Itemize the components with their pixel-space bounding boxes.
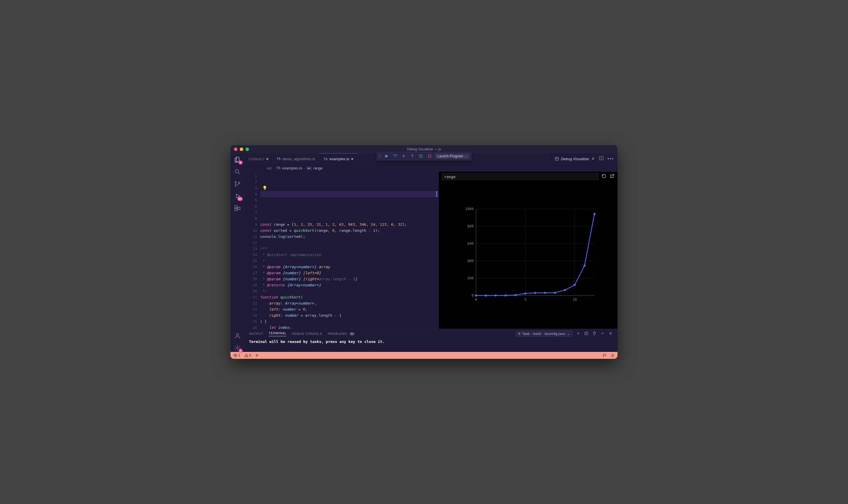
popout-icon xyxy=(610,174,615,179)
terminal-kill-button[interactable] xyxy=(592,331,597,336)
svg-text:600: 600 xyxy=(467,241,474,246)
terminal-new-button[interactable] xyxy=(576,331,581,336)
activity-scm[interactable] xyxy=(233,180,242,188)
svg-text:5: 5 xyxy=(525,298,527,302)
visualizer-expression-input[interactable] xyxy=(442,173,598,180)
debug-step-into-button[interactable] xyxy=(401,153,407,159)
symbol-variable-icon: [◈] xyxy=(307,166,311,170)
activity-search[interactable] xyxy=(233,168,242,176)
svg-point-51 xyxy=(246,356,246,357)
status-feedback[interactable] xyxy=(602,353,606,357)
svg-point-46 xyxy=(574,284,576,286)
chevron-down-icon: ⌄ xyxy=(567,332,570,336)
terminal-task-dropdown[interactable]: 3: Task - build - tsconfig.json ⌄ xyxy=(515,330,572,337)
svg-point-38 xyxy=(495,294,497,296)
breadcrumb-file[interactable]: examples.ts xyxy=(282,166,302,170)
debug-toolbar[interactable]: ⠿ Launch Program ⌄ xyxy=(377,152,472,161)
activity-explorer[interactable]: 2 xyxy=(233,156,242,164)
code-editor[interactable]: 1234567891011121314151617181920212223242… xyxy=(244,172,439,329)
debug-badge: 21 xyxy=(237,197,243,201)
visualizer-refresh-button[interactable] xyxy=(601,174,606,180)
panel-tab-terminal[interactable]: TERMINAL xyxy=(269,331,286,336)
close-icon[interactable]: ✕ xyxy=(591,157,595,161)
svg-point-0 xyxy=(395,157,395,158)
debug-config-dropdown[interactable]: Launch Program ⌄ xyxy=(435,154,470,159)
trash-icon xyxy=(592,331,597,336)
tab-label: Untitled-2 xyxy=(248,157,265,161)
account-icon xyxy=(234,332,241,339)
svg-point-36 xyxy=(475,294,477,296)
plus-icon xyxy=(576,331,581,336)
status-warnings[interactable]: 0 xyxy=(244,353,251,357)
debug-step-out-button[interactable] xyxy=(409,153,416,159)
debug-visualizer-icon xyxy=(554,157,559,161)
svg-rect-14 xyxy=(555,157,559,161)
breadcrumbs[interactable]: src › TS examples.ts › [◈] range xyxy=(244,164,618,172)
activity-settings[interactable]: 1 xyxy=(233,344,242,352)
panel-tab-problems[interactable]: PROBLEMS 1 xyxy=(328,332,355,336)
tab-examples[interactable]: TS examples.ts xyxy=(319,153,357,164)
panel-close-button[interactable] xyxy=(608,331,613,336)
activity-debug[interactable]: 21 xyxy=(233,192,242,200)
visualizer-popout-button[interactable] xyxy=(610,174,615,180)
window-close-button[interactable] xyxy=(234,147,237,151)
activity-extensions[interactable] xyxy=(233,204,242,212)
svg-text:0: 0 xyxy=(472,293,474,298)
svg-rect-10 xyxy=(235,209,237,211)
extensions-icon xyxy=(234,205,241,212)
breadcrumb-symbol[interactable]: range xyxy=(313,166,323,170)
svg-point-2 xyxy=(412,157,413,158)
panel-tab-label: PROBLEMS xyxy=(328,332,347,336)
debug-restart-button[interactable] xyxy=(418,153,424,159)
debug-step-over-button[interactable] xyxy=(392,153,398,159)
activity-account[interactable] xyxy=(233,332,242,340)
terminal-split-button[interactable] xyxy=(584,331,589,336)
status-notifications[interactable] xyxy=(611,353,615,357)
panel-tab-debug-console[interactable]: DEBUG CONSOLE xyxy=(292,332,322,336)
chevron-right-icon: › xyxy=(304,166,305,170)
svg-point-13 xyxy=(236,347,238,349)
svg-point-5 xyxy=(235,182,236,183)
editor-more-actions[interactable]: ••• xyxy=(607,156,614,161)
debug-toolbar-grip-icon[interactable]: ⠿ xyxy=(379,154,381,158)
svg-rect-9 xyxy=(235,205,237,208)
breadcrumb-folder[interactable]: src xyxy=(267,166,272,170)
typescript-icon: TS xyxy=(277,157,281,161)
problems-count-badge: 1 xyxy=(350,332,355,336)
svg-point-37 xyxy=(485,294,487,296)
panel-tab-output[interactable]: OUTPUT xyxy=(249,332,263,336)
svg-rect-3 xyxy=(429,155,431,157)
debug-stop-button[interactable] xyxy=(427,153,433,159)
panel-maximize-button[interactable] xyxy=(600,331,605,336)
window-title: Debug Visualizer — js xyxy=(230,147,618,151)
tab-debug-visualizer[interactable]: Debug Visualizer ✕ xyxy=(550,153,599,164)
lightbulb-icon[interactable]: 💡 xyxy=(262,185,267,191)
bottom-panel: OUTPUT TERMINAL DEBUG CONSOLE PROBLEMS 1… xyxy=(244,329,618,352)
debug-continue-button[interactable] xyxy=(383,153,390,159)
window-minimize-button[interactable] xyxy=(240,147,243,151)
tab-demo-algorithms[interactable]: TS demo_algorithms.ts xyxy=(273,153,320,164)
warning-icon xyxy=(244,353,248,357)
terminal-body[interactable]: Terminal will be reused by tasks, press … xyxy=(244,338,618,352)
svg-point-6 xyxy=(235,185,236,186)
typescript-icon: TS xyxy=(323,157,328,161)
svg-point-44 xyxy=(554,292,556,294)
visualizer-chart: 020040060080010000510 xyxy=(459,203,597,307)
split-icon xyxy=(584,331,589,336)
settings-badge: 1 xyxy=(238,349,243,353)
status-errors-count: 1 xyxy=(238,353,240,357)
svg-text:400: 400 xyxy=(467,259,474,263)
svg-point-45 xyxy=(564,289,566,291)
chevron-up-icon xyxy=(600,331,605,336)
window-zoom-button[interactable] xyxy=(246,147,249,151)
status-errors[interactable]: 1 xyxy=(233,353,240,357)
svg-point-42 xyxy=(534,292,536,294)
split-editor-button[interactable] xyxy=(599,156,604,162)
search-icon xyxy=(234,168,241,175)
code-area[interactable]: 💡 const range = [1, 2, 33, 31, 1, 2, 63,… xyxy=(260,172,439,329)
tab-untitled[interactable]: Untitled-2 xyxy=(244,153,273,164)
status-run-task[interactable] xyxy=(255,353,259,357)
svg-point-40 xyxy=(515,294,517,296)
chevron-down-icon: ⌄ xyxy=(465,155,467,158)
feedback-icon xyxy=(602,353,606,357)
